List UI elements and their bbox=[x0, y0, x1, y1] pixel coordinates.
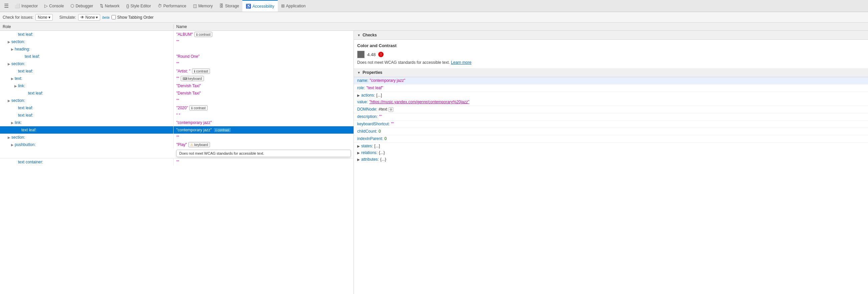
contrast-badge[interactable]: ℹ contrast bbox=[213, 127, 232, 133]
keyboard-icon: ⌨ bbox=[183, 77, 187, 81]
keyboard-warn-badge[interactable]: ⚠ keyboard bbox=[188, 142, 210, 147]
tree-row[interactable]: ▶ section: "" bbox=[0, 134, 353, 141]
tree-row[interactable]: text leaf: "Dervish Taxi" bbox=[0, 90, 353, 97]
prop-row-role: role: "text leaf" bbox=[354, 85, 868, 92]
role-text: text leaf: bbox=[18, 69, 33, 74]
column-headers: Role Name bbox=[0, 23, 868, 31]
prop-val: [...] bbox=[374, 144, 380, 148]
keyboard-badge[interactable]: ⌨ keyboard bbox=[181, 76, 204, 81]
prop-val: {...} bbox=[379, 150, 385, 155]
properties-section-header[interactable]: ▼ Properties bbox=[354, 68, 868, 77]
tree-row[interactable]: ▶ section: "" bbox=[0, 38, 353, 46]
checks-section-header[interactable]: ▼ Checks bbox=[354, 31, 868, 40]
prop-row-description: description: "" bbox=[354, 113, 868, 121]
toolbar: Check for issues: None ▾ Simulate: 👁 Non… bbox=[0, 12, 868, 23]
role-text: link: bbox=[15, 120, 22, 125]
nav-item-performance[interactable]: ⏱ Performance bbox=[154, 0, 190, 12]
check-issues-select[interactable]: None ▾ bbox=[35, 14, 53, 21]
prop-row-actions[interactable]: ▶ actions: [...] bbox=[354, 92, 868, 98]
role-text: text leaf: bbox=[18, 32, 33, 37]
wcag-text: Does not meet WCAG standards for accessi… bbox=[357, 60, 865, 65]
nav-item-style-editor[interactable]: {} Style Editor bbox=[123, 0, 154, 12]
hamburger-menu[interactable]: ☰ bbox=[1, 0, 11, 12]
learn-more-link[interactable]: Learn more bbox=[451, 60, 471, 65]
prop-row-relations[interactable]: ▶ relations: {...} bbox=[354, 149, 868, 156]
tree-row[interactable]: ▶ pushbutton: "Play" ⚠ keyboard bbox=[0, 141, 353, 148]
color-contrast-title: Color and Contrast bbox=[357, 43, 865, 48]
role-text: section: bbox=[11, 135, 25, 140]
arrow: ▶ bbox=[10, 77, 15, 81]
prop-val-link[interactable]: "https://music.yandex.com/genre/contempo… bbox=[369, 99, 469, 104]
nav-item-memory[interactable]: ◫ Memory bbox=[190, 0, 216, 12]
expand-icon: ▶ bbox=[357, 151, 360, 155]
prop-val: {...} bbox=[380, 157, 386, 162]
name-value: "Play" bbox=[176, 142, 187, 147]
color-row: 4.48 ! bbox=[357, 51, 865, 58]
name-value: "" bbox=[176, 98, 179, 103]
name-value: "Round One" bbox=[176, 54, 199, 59]
contrast-badge[interactable]: ℹ contrast bbox=[192, 68, 210, 74]
checks-header-label: Checks bbox=[363, 33, 377, 37]
arrow: ▶ bbox=[7, 99, 11, 102]
prop-key: keyboardShortcut: bbox=[357, 122, 390, 126]
contrast-badge[interactable]: ℹ contrast bbox=[194, 32, 213, 37]
nav-item-network[interactable]: ⇅ Network bbox=[96, 0, 123, 12]
tooltip-box: Does not meet WCAG standards for accessi… bbox=[176, 150, 351, 157]
role-text: text container: bbox=[18, 160, 43, 165]
nav-item-storage[interactable]: 🗄 Storage bbox=[216, 0, 242, 12]
info-icon: ℹ bbox=[194, 69, 195, 73]
contrast-value: 4.48 bbox=[367, 52, 376, 57]
name-value: "" bbox=[176, 135, 179, 140]
nav-item-console[interactable]: ▷ Console bbox=[41, 0, 67, 12]
nav-item-inspector[interactable]: ⬜ Inspector bbox=[11, 0, 41, 12]
tree-row[interactable]: ▶ link: "contemporary jazz" bbox=[0, 119, 353, 126]
name-value: "2020" bbox=[176, 106, 188, 110]
tree-row[interactable]: text leaf: "2020" ℹ contrast bbox=[0, 104, 353, 112]
name-value: "Artist: " bbox=[176, 69, 191, 74]
tree-panel: text leaf: "ALBUM" ℹ contrast ▶ section:… bbox=[0, 31, 354, 294]
nav-item-debugger[interactable]: ⬡ Debugger bbox=[67, 0, 96, 12]
prop-val: 0 bbox=[379, 129, 381, 134]
contrast-badge[interactable]: ℹ contrast bbox=[189, 105, 208, 111]
tree-row[interactable]: text leaf: " " bbox=[0, 112, 353, 119]
network-icon: ⇅ bbox=[100, 3, 103, 8]
arrow: ▶ bbox=[7, 136, 11, 139]
tree-row[interactable]: text leaf: "ALBUM" ℹ contrast bbox=[0, 31, 353, 38]
nav-item-application[interactable]: ⊞ Application bbox=[278, 0, 309, 12]
tree-row[interactable]: text leaf: "Round One" bbox=[0, 53, 353, 60]
show-tabbing-order-label[interactable]: Show Tabbing Order bbox=[112, 15, 154, 20]
simulate-eye-icon: 👁 bbox=[81, 15, 85, 20]
prop-row-name: name: "contemporary jazz" bbox=[354, 77, 868, 85]
name-value: "contemporary jazz" bbox=[176, 128, 212, 132]
prop-key: actions: bbox=[361, 93, 375, 97]
nav-item-accessibility[interactable]: ♿ Accessibility bbox=[242, 0, 277, 12]
info-icon: ℹ bbox=[191, 106, 193, 110]
tree-row[interactable]: text container: "" bbox=[0, 158, 353, 166]
tree-row[interactable]: ▶ heading: bbox=[0, 46, 353, 53]
name-value: " " bbox=[176, 113, 180, 118]
check-dropdown-icon: ▾ bbox=[49, 15, 51, 20]
tree-row[interactable]: ▶ section: "" bbox=[0, 97, 353, 104]
simulate-select[interactable]: 👁 None ▾ bbox=[78, 14, 100, 21]
tree-row[interactable]: ▶ text: "" ⌨ keyboard bbox=[0, 75, 353, 82]
prop-row-states[interactable]: ▶ states: [...] bbox=[354, 143, 868, 149]
prop-key: value: bbox=[357, 99, 368, 104]
properties-arrow: ▼ bbox=[357, 71, 361, 75]
prop-row-attributes[interactable]: ▶ attributes: {...} bbox=[354, 156, 868, 163]
tree-row-selected[interactable]: text leaf: "contemporary jazz" ℹ contras… bbox=[0, 126, 353, 134]
name-value: "Dervish Taxi" bbox=[176, 91, 201, 95]
tree-row[interactable]: text leaf: "Artist: " ℹ contrast bbox=[0, 67, 353, 75]
info-icon: ℹ bbox=[196, 33, 198, 36]
role-text: text leaf: bbox=[21, 128, 36, 132]
role-text: text leaf: bbox=[18, 106, 33, 110]
prop-key: description: bbox=[357, 114, 378, 119]
gear-icon[interactable]: ⚙ bbox=[389, 107, 393, 112]
right-panel: ▼ Checks Color and Contrast 4.48 ! Does … bbox=[354, 31, 868, 294]
name-value: "" bbox=[176, 39, 179, 44]
show-tabbing-order-checkbox[interactable] bbox=[112, 15, 116, 19]
role-text: section: bbox=[11, 98, 25, 103]
tree-row[interactable]: ▶ link: "Dervish Taxi" bbox=[0, 82, 353, 90]
inspector-icon: ⬜ bbox=[15, 3, 20, 8]
arrow: ▶ bbox=[10, 143, 15, 147]
tree-row[interactable]: ▶ section: "" bbox=[0, 60, 353, 67]
